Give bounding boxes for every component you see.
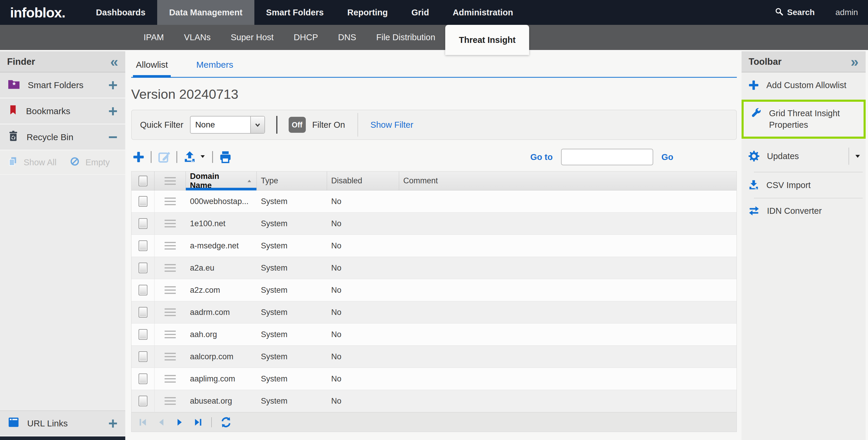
collapse-finder-icon[interactable]: « xyxy=(110,56,118,67)
row-checkbox[interactable] xyxy=(138,351,148,362)
add-url-link-button[interactable]: + xyxy=(108,417,118,430)
upload-button[interactable] xyxy=(183,150,206,164)
gear-update-icon xyxy=(748,150,760,162)
subnav-super-host[interactable]: Super Host xyxy=(221,25,284,50)
user-menu[interactable]: admin xyxy=(836,8,858,17)
select-all-checkbox[interactable] xyxy=(138,176,148,186)
row-checkbox[interactable] xyxy=(138,218,148,229)
subnav-file-distribution[interactable]: File Distribution xyxy=(366,25,445,50)
empty-button[interactable]: Empty xyxy=(85,157,110,167)
subnav-vlans[interactable]: VLANs xyxy=(174,25,221,50)
toolbar-item-csv-import[interactable]: CSV Import xyxy=(742,172,866,198)
sidebar-item-smart-folders[interactable]: * Smart Folders + xyxy=(0,72,125,98)
collapse-toolbar-icon[interactable]: » xyxy=(850,56,859,67)
row-checkbox[interactable] xyxy=(138,240,148,251)
action-divider xyxy=(212,151,213,163)
row-menu-icon[interactable] xyxy=(164,306,176,318)
filter-toggle[interactable]: Off xyxy=(289,117,306,133)
add-smart-folder-button[interactable]: + xyxy=(108,79,118,91)
first-page-button[interactable] xyxy=(138,417,148,427)
recycle-bin-actions: Show All Empty xyxy=(0,150,125,175)
table-row[interactable]: aadrm.com System No xyxy=(131,301,737,323)
row-checkbox[interactable] xyxy=(138,374,148,384)
table-row[interactable]: a-msedge.net System No xyxy=(131,235,737,257)
refresh-button[interactable] xyxy=(220,416,232,428)
table-row[interactable]: a2z.com System No xyxy=(131,279,737,301)
sidebar-item-recycle-bin[interactable]: Recycle Bin − xyxy=(0,124,125,150)
nav-data-management[interactable]: Data Management xyxy=(157,0,254,25)
row-checkbox[interactable] xyxy=(138,329,148,340)
upload-dropdown-caret-icon[interactable] xyxy=(199,153,206,161)
add-button[interactable] xyxy=(132,151,145,163)
toolbar-item-add-custom-allowlist[interactable]: Add Custom Allowlist xyxy=(742,72,866,98)
sub-nav: IPAM VLANs Super Host DHCP DNS File Dist… xyxy=(0,25,868,50)
table-row[interactable]: 000webhostap... System No xyxy=(131,190,737,213)
tab-members[interactable]: Members xyxy=(193,54,236,77)
filterbar-divider xyxy=(358,113,358,137)
table-row[interactable]: aalcorp.com System No xyxy=(131,346,737,368)
pagination-bar xyxy=(131,412,737,432)
toolbar-item-idn-converter[interactable]: IDN Converter xyxy=(742,198,866,223)
nav-reporting[interactable]: Reporting xyxy=(336,0,400,25)
table-row[interactable]: a2a.eu System No xyxy=(131,257,737,279)
table-row[interactable]: aah.org System No xyxy=(131,323,737,346)
cell-disabled: No xyxy=(327,330,399,339)
nav-smart-folders[interactable]: Smart Folders xyxy=(254,0,336,25)
previous-page-button[interactable] xyxy=(156,417,166,427)
row-menu-icon[interactable] xyxy=(164,240,176,252)
row-menu-icon[interactable] xyxy=(164,196,176,207)
column-header-comment[interactable]: Comment xyxy=(399,172,737,190)
quick-filter-chevron-icon[interactable] xyxy=(250,117,265,133)
nav-administration[interactable]: Administration xyxy=(441,0,525,25)
row-checkbox[interactable] xyxy=(138,285,148,295)
row-checkbox[interactable] xyxy=(138,395,148,406)
table-row[interactable]: 1e100.net System No xyxy=(131,213,737,235)
column-header-type[interactable]: Type xyxy=(257,172,327,190)
subnav-ipam[interactable]: IPAM xyxy=(133,25,174,50)
row-checkbox[interactable] xyxy=(138,196,148,207)
row-menu-icon[interactable] xyxy=(164,351,176,362)
row-menu-icon[interactable] xyxy=(164,284,176,296)
header-menu-icon[interactable] xyxy=(164,175,176,187)
go-button[interactable]: Go xyxy=(661,152,673,162)
nav-grid[interactable]: Grid xyxy=(400,0,441,25)
add-bookmark-button[interactable]: + xyxy=(108,105,118,117)
row-menu-icon[interactable] xyxy=(164,395,176,407)
row-checkbox[interactable] xyxy=(138,263,148,273)
print-button[interactable] xyxy=(219,150,232,164)
updates-dropdown[interactable] xyxy=(848,148,862,165)
row-checkbox[interactable] xyxy=(138,307,148,318)
subnav-dns[interactable]: DNS xyxy=(328,25,366,50)
row-menu-icon[interactable] xyxy=(164,217,176,230)
sidebar-item-bookmarks[interactable]: Bookmarks + xyxy=(0,98,125,124)
subnav-dhcp[interactable]: DHCP xyxy=(284,25,328,50)
column-header-domain-name[interactable]: Domain Name xyxy=(186,172,257,190)
filterbar-divider xyxy=(276,116,277,134)
last-page-button[interactable] xyxy=(193,417,203,427)
subnav-threat-insight[interactable]: Threat Insight xyxy=(445,25,529,55)
sidebar-item-url-links[interactable]: URL Links + xyxy=(0,410,125,436)
toolbar-item-label: Add Custom Allowlist xyxy=(766,81,846,90)
collapse-recycle-bin-button[interactable]: − xyxy=(108,131,118,143)
row-menu-icon[interactable] xyxy=(164,262,176,274)
nav-dashboards[interactable]: Dashboards xyxy=(84,0,157,25)
cell-domain: a2a.eu xyxy=(186,263,257,273)
show-all-button[interactable]: Show All xyxy=(24,157,56,167)
edit-button-disabled[interactable] xyxy=(157,150,170,164)
toolbar-item-updates[interactable]: Updates xyxy=(742,141,866,172)
toolbar-title: Toolbar xyxy=(749,57,781,67)
global-search-button[interactable]: Search xyxy=(775,7,814,18)
table-row[interactable]: aaplimg.com System No xyxy=(131,368,737,390)
action-divider xyxy=(151,151,152,163)
column-header-disabled[interactable]: Disabled xyxy=(327,172,399,190)
tab-allowlist[interactable]: Allowlist xyxy=(133,54,171,78)
quick-filter-select[interactable]: None xyxy=(190,116,265,134)
show-filter-link[interactable]: Show Filter xyxy=(370,120,413,130)
row-menu-icon[interactable] xyxy=(164,328,176,340)
row-menu-icon[interactable] xyxy=(164,373,176,385)
table-row[interactable]: abuseat.org System No xyxy=(131,390,737,412)
goto-input[interactable] xyxy=(561,149,653,165)
next-page-button[interactable] xyxy=(175,417,185,427)
table-action-row: Go to Go xyxy=(131,149,737,165)
toolbar-item-grid-threat-insight-properties[interactable]: Grid Threat Insight Properties xyxy=(744,102,864,137)
